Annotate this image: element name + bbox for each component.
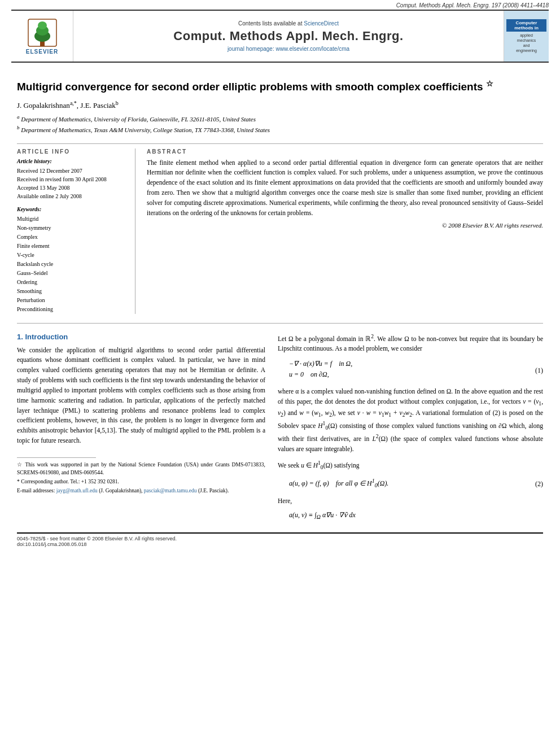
elsevier-tree-icon — [25, 18, 59, 47]
abstract-column: ABSTRACT The finite element method when … — [147, 148, 543, 314]
footnote-star: ☆ This work was supported in part by the… — [17, 461, 265, 477]
contents-label: Contents lists available at — [238, 20, 302, 27]
sciencedirect-link[interactable]: ScienceDirect — [304, 20, 339, 27]
doi-text2: doi:10.1016/j.cma.2008.05.018 — [17, 541, 543, 547]
email-label: E-mail addresses: — [17, 488, 55, 493]
affil-b: b Department of Mathematics, Texas A&M U… — [17, 124, 543, 134]
equation-2-number: (2) — [520, 480, 543, 488]
main-content-columns: 1. Introduction We consider the applicat… — [17, 333, 543, 524]
available-date: Available online 2 July 2008 — [17, 192, 128, 200]
author-gopalakrishnan: J. Gopalakrishnan — [17, 101, 70, 110]
affiliations: a Department of Mathematics, University … — [17, 113, 543, 134]
keyword-multigrid: Multigrid — [17, 215, 128, 224]
equation-3-content: a(u, v) ≡ ∫Ω α∇u · ∇v̄ dx — [289, 511, 356, 520]
eq2-line: a(u, φ) = (f, φ) for all φ ∈ H10(Ω). — [289, 478, 520, 488]
elsevier-logo-block: ELSEVIER — [11, 11, 73, 62]
right-para1: Let Ω be a polygonal domain in ℝ2. We al… — [278, 333, 543, 354]
citation-text: Comput. Methods Appl. Mech. Engrg. 197 (… — [396, 2, 549, 8]
article-body: Multigrid convergence for second order e… — [0, 63, 560, 558]
doi-bar: 0045-7825/$ - see front matter © 2008 El… — [17, 532, 543, 547]
homepage-label: journal homepage: — [228, 46, 274, 52]
keyword-backslash: Backslash cycle — [17, 260, 128, 269]
journal-name: Comput. Methods Appl. Mech. Engrg. — [173, 29, 403, 43]
eq1-line1: −∇ · α(x)∇u = f in Ω, — [289, 360, 520, 368]
article-title: Multigrid convergence for second order e… — [17, 78, 543, 94]
equation-1-block: −∇ · α(x)∇u = f in Ω, u = 0 on ∂Ω, (1) — [289, 360, 543, 381]
email1-name: (J. Gopalakrishnan), — [99, 488, 142, 493]
keyword-complex: Complex — [17, 233, 128, 242]
revised-date: Received in revised form 30 April 2008 — [17, 175, 128, 184]
footnote-divider — [17, 457, 96, 458]
authors-line: J. Gopalakrishnana,*, J.E. Pasciakb — [17, 100, 543, 110]
journal-cover-image: Computermethods in appliedmechanicsanden… — [504, 11, 549, 62]
right-para4: Here, — [278, 496, 543, 506]
equation-1-content: −∇ · α(x)∇u = f in Ω, u = 0 on ∂Ω, — [289, 360, 520, 381]
cover-text: appliedmechanicsandengineering — [516, 33, 537, 53]
eq1-line2: u = 0 on ∂Ω, — [289, 370, 520, 379]
keywords-label: Keywords: — [17, 206, 128, 212]
cover-blue-bar: Computermethods in — [506, 19, 546, 32]
abstract-header: ABSTRACT — [147, 148, 543, 155]
journal-header: ELSEVIER Contents lists available at Sci… — [11, 10, 549, 63]
affil-a: a Department of Mathematics, University … — [17, 113, 543, 124]
intro-paragraph-1: We consider the application of multigrid… — [17, 346, 265, 446]
info-abstract-columns: ARTICLE INFO Article history: Received 1… — [17, 143, 543, 314]
email1: jayg@math.ufl.edu — [56, 488, 98, 493]
elsevier-wordmark: ELSEVIER — [26, 49, 58, 55]
author-sup-a: a,* — [70, 100, 77, 106]
title-star: ☆ — [486, 79, 493, 88]
author-sup-b: b — [116, 100, 119, 106]
abstract-copyright: © 2008 Elsevier B.V. All rights reserved… — [147, 222, 543, 229]
journal-homepage: journal homepage: www.elsevier.com/locat… — [228, 46, 349, 52]
top-bar: Comput. Methods Appl. Mech. Engrg. 197 (… — [0, 0, 560, 10]
homepage-url: www.elsevier.com/locate/cma — [276, 46, 350, 52]
keywords-list: Multigrid Non-symmetry Complex Finite el… — [17, 215, 128, 314]
authors-comma: , J.E. Pasciak — [77, 101, 116, 110]
intro-heading: 1. Introduction — [17, 333, 265, 341]
article-info-header: ARTICLE INFO — [17, 148, 128, 155]
right-para2: where α is a complex valued non-vanishin… — [278, 387, 543, 455]
contents-line: Contents lists available at ScienceDirec… — [238, 20, 339, 27]
affil-a-sup: a — [17, 114, 20, 120]
keyword-finite-element: Finite element — [17, 242, 128, 251]
email2: pasciak@math.tamu.edu — [144, 488, 197, 493]
svg-point-3 — [38, 21, 47, 29]
email2-name: (J.E. Pasciak). — [198, 488, 229, 493]
article-info-column: ARTICLE INFO Article history: Received 1… — [17, 148, 135, 314]
accepted-date: Accepted 13 May 2008 — [17, 184, 128, 192]
footnote-email: E-mail addresses: jayg@math.ufl.edu (J. … — [17, 487, 265, 495]
section-divider — [17, 323, 543, 324]
equation-2-block: a(u, φ) = (f, φ) for all φ ∈ H10(Ω). (2) — [289, 478, 543, 491]
keyword-gauss-seidel: Gauss–Seidel — [17, 269, 128, 278]
equation-2-content: a(u, φ) = (f, φ) for all φ ∈ H10(Ω). — [289, 478, 520, 491]
footnote-star2: * Corresponding author. Tel.: +1 352 392… — [17, 478, 265, 486]
equation-3-block: a(u, v) ≡ ∫Ω α∇u · ∇v̄ dx — [289, 511, 543, 520]
received-date: Received 12 December 2007 — [17, 167, 128, 175]
equation-1-number: (1) — [520, 366, 543, 375]
journal-title-area: Contents lists available at ScienceDirec… — [73, 11, 504, 62]
keyword-ordering: Ordering — [17, 278, 128, 287]
history-label: Article history: — [17, 158, 128, 164]
affil-b-sup: b — [17, 125, 20, 130]
doi-text1: 0045-7825/$ - see front matter © 2008 El… — [17, 536, 543, 541]
abstract-text: The finite element method when applied t… — [147, 158, 543, 219]
right-para3: We seek u ∈ H10(Ω) satisfying — [278, 459, 543, 472]
introduction-column: 1. Introduction We consider the applicat… — [17, 333, 265, 524]
keyword-perturbation: Perturbation — [17, 296, 128, 305]
keyword-nonsymmetry: Non-symmetry — [17, 224, 128, 233]
formulation-column: Let Ω be a polygonal domain in ℝ2. We al… — [278, 333, 543, 524]
keyword-smoothing: Smoothing — [17, 287, 128, 296]
keyword-preconditioning: Preconditioning — [17, 305, 128, 314]
keyword-vcycle: V-cycle — [17, 251, 128, 260]
